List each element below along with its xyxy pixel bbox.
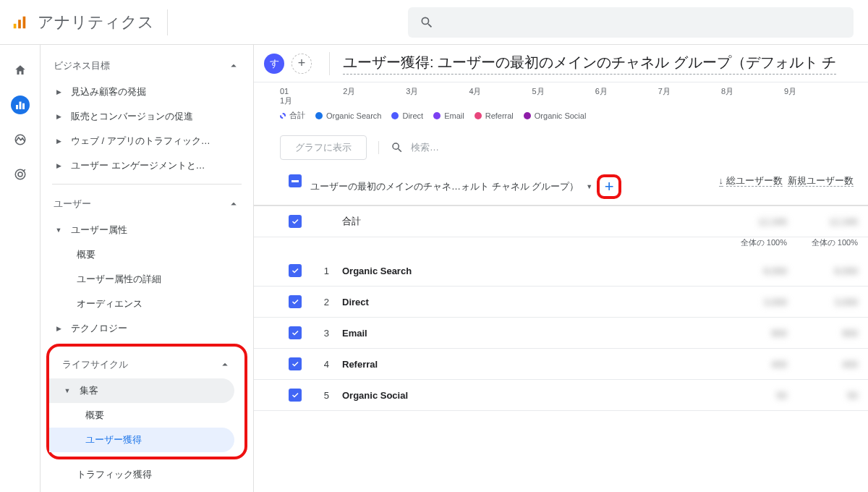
legend-dot-icon (433, 112, 441, 119)
table-pct-row: 全体の 100% 全体の 100% (254, 237, 868, 255)
table-row[interactable]: 1 Organic Search 8,000 8,000 (254, 255, 868, 287)
metric-value-redacted: 50 (716, 390, 787, 401)
table-row[interactable]: 3 Email 900 900 (254, 318, 868, 349)
nav-web-app-traffic[interactable]: ウェブ / アプリのトラフィック… (41, 129, 253, 153)
svg-rect-2 (23, 16, 26, 28)
svg-rect-3 (16, 105, 18, 109)
table-search-input[interactable]: 検索… (378, 141, 439, 154)
search-icon (420, 15, 434, 30)
nav-user-acquisition[interactable]: ユーザー獲得 (49, 428, 234, 452)
app-title: アナリティクス (38, 12, 154, 33)
chart-x-axis: 011月 2月 3月 4月 5月 6月 7月 8月 9月 (254, 82, 868, 107)
chevron-up-icon (227, 198, 240, 211)
nav-user-engagement[interactable]: ユーザー エンゲージメントと… (41, 153, 253, 178)
rail-advertising-icon[interactable] (11, 165, 30, 184)
nav-technology[interactable]: テクノロジー (41, 316, 253, 341)
segment-pill[interactable]: す (264, 54, 284, 74)
nav-user-attr-detail[interactable]: ユーザー属性の詳細 (41, 267, 253, 292)
highlight-annotation: ライフサイクル 集客 概要 ユーザー獲得 (46, 344, 247, 459)
legend-dot-icon (391, 112, 399, 119)
svg-rect-5 (22, 103, 25, 109)
section-label: ライフサイクル (62, 358, 128, 371)
table-total-row: 合計 12,345 12,345 (254, 205, 868, 237)
sort-descending-icon: ↓ (719, 175, 724, 187)
section-label: ユーザー (54, 198, 91, 211)
rail-reports-icon[interactable] (11, 96, 30, 114)
chevron-up-icon (218, 358, 231, 371)
metric-value-redacted: 12,345 (787, 216, 858, 227)
nav-audiences[interactable]: オーディエンス (41, 292, 253, 316)
global-search-input[interactable] (408, 7, 854, 38)
search-placeholder: 検索… (411, 141, 439, 154)
table-row[interactable]: 2 Direct 3,000 3,000 (254, 287, 868, 318)
add-segment-button[interactable]: + (292, 54, 312, 74)
metric-value-redacted: 12,345 (716, 216, 787, 227)
table-row[interactable]: 5 Organic Social 50 50 (254, 380, 868, 411)
metric-value-redacted: 50 (787, 390, 858, 401)
section-lifecycle[interactable]: ライフサイクル (49, 351, 244, 378)
select-all-checkbox[interactable] (289, 174, 302, 187)
analytics-logo-icon (12, 14, 27, 30)
divider (329, 52, 330, 75)
section-label: ビジネス目標 (54, 59, 110, 72)
metric-new-users-header[interactable]: 新規ユーザー数 (787, 174, 858, 187)
metric-value-redacted: 900 (787, 328, 858, 339)
divider (52, 184, 242, 184)
highlight-annotation: + (597, 174, 621, 199)
row-checkbox[interactable] (289, 389, 302, 402)
chart-legend: 合計 Organic Search Direct Email Referral … (254, 107, 868, 128)
row-checkbox[interactable] (289, 326, 302, 339)
legend-dot-icon (315, 112, 323, 119)
section-business-goals[interactable]: ビジネス目標 (41, 52, 253, 80)
metric-value-redacted: 400 (787, 359, 858, 370)
nav-user-attributes[interactable]: ユーザー属性 (41, 218, 253, 242)
dimension-column-header[interactable]: ユーザーの最初のメインのチャネ…ォルト チャネル グループ） ▼ + (310, 174, 716, 199)
show-in-graph-button[interactable]: グラフに表示 (280, 135, 367, 160)
rail-explore-icon[interactable] (11, 130, 30, 149)
svg-point-8 (18, 172, 22, 177)
divider (167, 9, 168, 35)
row-checkbox[interactable] (289, 295, 302, 308)
nav-acq-overview[interactable]: 概要 (49, 403, 244, 428)
section-user[interactable]: ユーザー (41, 190, 253, 218)
metric-value-redacted: 400 (716, 359, 787, 370)
metric-value-redacted: 3,000 (787, 297, 858, 308)
row-checkbox[interactable] (289, 215, 302, 228)
page-title: ユーザー獲得: ユーザーの最初のメインのチャネル グループ（デフォルト チ (343, 53, 836, 75)
svg-rect-4 (19, 102, 21, 110)
metric-value-redacted: 3,000 (716, 297, 787, 308)
nav-sales-conversion[interactable]: 販売とコンバージョンの促進 (41, 104, 253, 129)
svg-rect-0 (14, 23, 17, 27)
metric-total-users-header[interactable]: ↓総ユーザー数 (716, 174, 787, 187)
row-checkbox[interactable] (289, 264, 302, 277)
nav-traffic-acquisition[interactable]: トラフィック獲得 (41, 462, 253, 487)
search-icon (391, 141, 404, 154)
chevron-down-icon: ▼ (586, 183, 592, 190)
nav-acquisition[interactable]: 集客 (49, 378, 234, 403)
legend-dot-icon (475, 112, 482, 119)
row-checkbox[interactable] (289, 357, 302, 370)
add-dimension-button[interactable]: + (603, 180, 616, 193)
nav-user-overview[interactable]: 概要 (41, 242, 253, 267)
table-row[interactable]: 4 Referral 400 400 (254, 349, 868, 380)
metric-value-redacted: 8,000 (716, 266, 787, 276)
chevron-up-icon (227, 59, 240, 72)
nav-prospect-discovery[interactable]: 見込み顧客の発掘 (41, 80, 253, 104)
rail-home-icon[interactable] (11, 61, 30, 80)
svg-rect-1 (18, 20, 21, 28)
metric-value-redacted: 8,000 (787, 266, 858, 276)
metric-value-redacted: 900 (716, 328, 787, 339)
legend-total-icon (280, 113, 286, 119)
legend-dot-icon (524, 112, 531, 119)
